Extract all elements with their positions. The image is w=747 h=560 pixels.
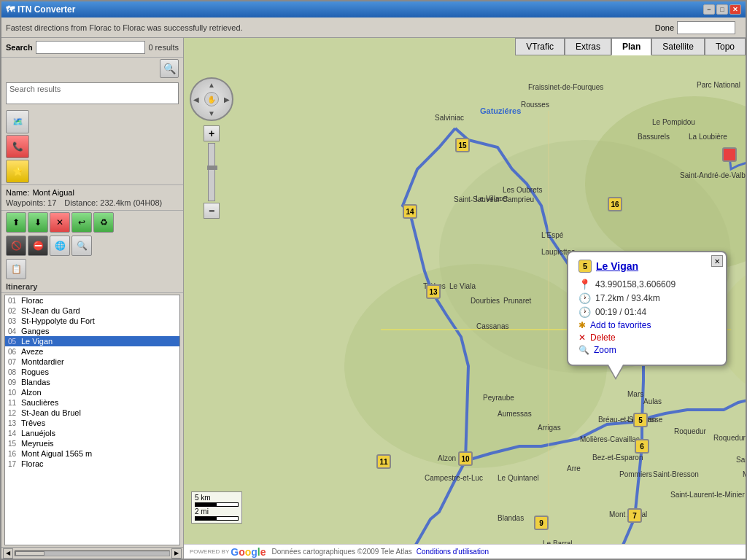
- waypoint-7[interactable]: 7: [627, 508, 642, 523]
- zoom-handle[interactable]: [207, 166, 217, 170]
- zoom-in-button[interactable]: +: [204, 125, 220, 141]
- toolbar: Fastest directions from Florac to Florac…: [1, 18, 746, 38]
- zoom-button[interactable]: 🔍: [71, 236, 92, 256]
- phone-button[interactable]: 📞: [6, 135, 29, 158]
- search-results-label: Search results: [9, 85, 61, 93]
- waypoint-box-15[interactable]: 15: [455, 138, 470, 152]
- itinerary-item-07[interactable]: 07Montdardier: [5, 357, 179, 367]
- itinerary-item-17[interactable]: 17Florac: [5, 459, 179, 469]
- popup-delete[interactable]: Delete: [590, 332, 616, 343]
- app-icon: 🗺: [6, 4, 15, 15]
- nav-down[interactable]: ▼: [208, 109, 215, 117]
- itinerary-item-10[interactable]: 10Alzon: [5, 387, 179, 397]
- popup-name[interactable]: Le Vigan: [596, 260, 638, 272]
- itinerary-item-12[interactable]: 12St-Jean du Bruel: [5, 408, 179, 418]
- export-button[interactable]: 📋: [6, 259, 26, 279]
- scale-bar: 5 km 2 mi: [191, 491, 242, 524]
- time-icon: 🕐: [578, 306, 591, 318]
- down-button[interactable]: ⬇: [28, 212, 48, 233]
- waypoint-14[interactable]: 14: [403, 204, 417, 219]
- waypoint-16[interactable]: 16: [608, 197, 622, 211]
- waypoint-15[interactable]: 15: [455, 138, 470, 152]
- waypoint-red[interactable]: [722, 147, 737, 162]
- minimize-button[interactable]: −: [703, 4, 715, 15]
- itinerary-item-11[interactable]: 11Sauclières: [5, 397, 179, 408]
- delete-icon: ✕: [578, 332, 586, 343]
- no-entry-button[interactable]: ⛔: [28, 236, 48, 256]
- itinerary-item-16[interactable]: 16Mont Aigual 1565 m: [5, 448, 179, 459]
- nav-center[interactable]: ✋: [204, 92, 219, 106]
- itinerary-item-09[interactable]: 09Blandas: [5, 377, 179, 387]
- popup-coords: 43.990158,3.606609: [595, 279, 676, 289]
- tab-extras[interactable]: Extras: [565, 38, 611, 55]
- waypoint-box-9[interactable]: 9: [534, 516, 549, 530]
- waypoint-box-16[interactable]: 16: [608, 197, 622, 211]
- tab-satellite[interactable]: Satellite: [651, 38, 705, 55]
- popup-add-favorites[interactable]: Add to favorites: [590, 320, 651, 330]
- scale-mi: 2 mi: [195, 508, 239, 516]
- itinerary-item-01[interactable]: 01Florac: [5, 295, 179, 306]
- nav-left[interactable]: ◀: [193, 96, 199, 104]
- refresh-button[interactable]: ♻: [93, 212, 114, 233]
- up-button[interactable]: ⬆: [6, 212, 26, 233]
- waypoint-box-10[interactable]: 10: [458, 451, 473, 466]
- itinerary-item-03[interactable]: 03St-Hyppolyte du Fort: [5, 316, 179, 326]
- undo-button[interactable]: ↩: [71, 212, 92, 233]
- map-area[interactable]: VTrafic Extras Plan Satellite Topo: [184, 38, 746, 559]
- waypoint-9[interactable]: 9: [534, 516, 549, 530]
- tab-vtrafic[interactable]: VTrafic: [515, 38, 565, 55]
- popup-coords-row: 📍 43.990158,3.606609: [578, 279, 716, 290]
- waypoint-5[interactable]: 5: [633, 413, 648, 427]
- maximize-button[interactable]: □: [716, 4, 728, 15]
- popup-favorites-row: ✱ Add to favorites: [578, 320, 716, 330]
- nav-ring[interactable]: ▲ ▼ ◀ ▶ ✋: [190, 77, 233, 121]
- nav-up[interactable]: ▲: [208, 81, 215, 89]
- conditions-link[interactable]: Conditions d'utilisation: [417, 548, 489, 556]
- waypoint-box-13[interactable]: 13: [426, 284, 441, 299]
- waypoint-6[interactable]: 6: [635, 439, 649, 454]
- popup-balloon: ✕ 5 Le Vigan 📍 43.990158,3.606609 🕐 17.2…: [567, 251, 727, 366]
- favorites-button[interactable]: ⭐: [6, 160, 29, 183]
- itinerary-item-13[interactable]: 13Trêves: [5, 418, 179, 428]
- itinerary-item-05[interactable]: 05Le Vigan: [5, 336, 179, 346]
- globe-button[interactable]: 🌐: [50, 236, 70, 256]
- scale-km: 5 km: [195, 494, 239, 502]
- waypoint-box-7[interactable]: 7: [627, 508, 642, 523]
- popup-title: 5 Le Vigan: [578, 260, 716, 273]
- close-button[interactable]: ✕: [729, 4, 741, 15]
- titlebar-controls: − □ ✕: [703, 4, 741, 15]
- waypoint-13[interactable]: 13: [426, 284, 441, 299]
- zoom-slider[interactable]: [208, 143, 215, 201]
- tab-topo[interactable]: Topo: [705, 38, 746, 55]
- map-button[interactable]: 🗺️: [6, 110, 29, 133]
- itinerary-item-08[interactable]: 08Rogues: [5, 367, 179, 377]
- search-button[interactable]: 🔍: [160, 59, 179, 78]
- waypoint-box-red[interactable]: [722, 147, 737, 162]
- scroll-track[interactable]: [15, 551, 170, 556]
- nav-right[interactable]: ▶: [224, 96, 230, 104]
- delete-button[interactable]: ✕: [50, 212, 70, 233]
- waypoint-box-6[interactable]: 6: [635, 439, 649, 454]
- waypoint-box-5[interactable]: 5: [633, 413, 648, 427]
- waypoint-box-11[interactable]: 11: [376, 454, 391, 469]
- popup-zoom[interactable]: Zoom: [594, 345, 616, 355]
- itinerary-item-14[interactable]: 14Lanuéjols: [5, 428, 179, 438]
- tab-plan[interactable]: Plan: [611, 38, 651, 55]
- itinerary-item-02[interactable]: 02St-Jean du Gard: [5, 306, 179, 316]
- itinerary-item-06[interactable]: 06Aveze: [5, 346, 179, 357]
- prohibit-button[interactable]: 🚫: [6, 236, 26, 256]
- itinerary-item-15[interactable]: 15Meyrueis: [5, 438, 179, 448]
- done-label: Done: [655, 23, 674, 32]
- search-input[interactable]: [36, 41, 146, 54]
- waypoint-box-14[interactable]: 14: [403, 204, 417, 219]
- waypoint-10[interactable]: 10: [458, 451, 473, 466]
- zoom-out-button[interactable]: −: [204, 203, 220, 219]
- done-input[interactable]: [677, 21, 735, 34]
- popup-close-button[interactable]: ✕: [711, 255, 723, 267]
- scroll-left[interactable]: ◀: [3, 548, 13, 559]
- map-footer: POWERED BY Google Données cartographique…: [184, 544, 746, 559]
- itinerary-list[interactable]: 01Florac02St-Jean du Gard03St-Hyppolyte …: [4, 295, 180, 545]
- itinerary-item-04[interactable]: 04Ganges: [5, 326, 179, 336]
- waypoint-11[interactable]: 11: [376, 454, 391, 469]
- scroll-right[interactable]: ▶: [171, 548, 182, 559]
